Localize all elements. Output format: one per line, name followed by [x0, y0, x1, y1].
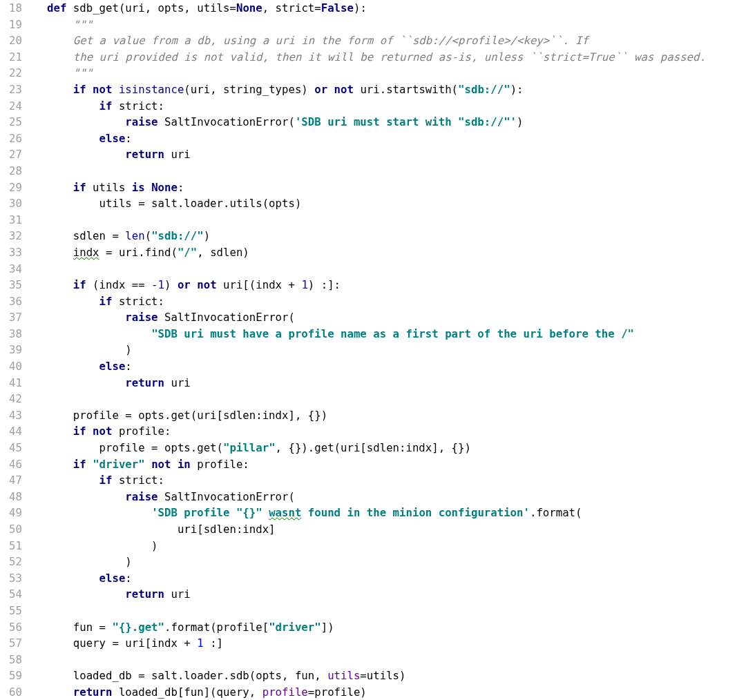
code-line[interactable]: uri[sdlen:indx] [47, 521, 746, 538]
code-line[interactable]: ) [47, 342, 746, 358]
line-number: 45 [0, 440, 29, 456]
line-number: 21 [0, 49, 29, 66]
line-number: 39 [0, 342, 29, 358]
line-number: 47 [0, 472, 29, 489]
line-number: 51 [0, 538, 29, 554]
line-number: 35 [0, 277, 29, 293]
line-number: 32 [0, 228, 29, 244]
code-line[interactable]: loaded_db = salt.loader.sdb(opts, fun, u… [47, 668, 746, 684]
code-line[interactable] [47, 212, 746, 229]
line-number: 53 [0, 570, 29, 587]
line-number-gutter: 1819202122232425262728293031323334353637… [0, 0, 33, 700]
line-number: 30 [0, 195, 29, 212]
line-number: 58 [0, 652, 29, 668]
line-number: 48 [0, 489, 29, 505]
fold-column[interactable] [33, 0, 47, 700]
code-line[interactable]: else: [47, 570, 746, 587]
line-number: 52 [0, 554, 29, 570]
code-line[interactable]: else: [47, 358, 746, 375]
code-line[interactable]: if "driver" not in profile: [47, 456, 746, 473]
line-number: 20 [0, 32, 29, 49]
code-line[interactable]: raise SaltInvocationError('SDB uri must … [47, 114, 746, 130]
line-number: 34 [0, 261, 29, 278]
code-line[interactable]: raise SaltInvocationError( [47, 489, 746, 505]
line-number: 42 [0, 391, 29, 407]
line-number: 24 [0, 98, 29, 115]
code-line[interactable]: profile = opts.get(uri[sdlen:indx], {}) [47, 407, 746, 424]
code-line[interactable]: fun = "{}.get".format(profile["driver"]) [47, 619, 746, 636]
code-line[interactable] [47, 652, 746, 668]
code-line[interactable]: ) [47, 538, 746, 554]
line-number: 26 [0, 130, 29, 147]
code-line[interactable]: utils = salt.loader.utils(opts) [47, 195, 746, 212]
line-number: 60 [0, 684, 29, 700]
code-line[interactable]: return loaded_db[fun](query, profile=pro… [47, 684, 746, 700]
line-number: 37 [0, 309, 29, 326]
line-number: 55 [0, 603, 29, 619]
line-number: 28 [0, 163, 29, 179]
code-line[interactable] [47, 391, 746, 407]
code-line[interactable]: raise SaltInvocationError( [47, 309, 746, 326]
line-number: 57 [0, 635, 29, 652]
code-line[interactable]: 'SDB profile "{}" wasnt found in the min… [47, 505, 746, 521]
code-line[interactable] [47, 603, 746, 619]
line-number: 36 [0, 293, 29, 310]
line-number: 46 [0, 456, 29, 473]
code-line[interactable]: query = uri[indx + 1 :] [47, 635, 746, 652]
code-line[interactable]: def sdb_get(uri, opts, utils=None, stric… [47, 0, 746, 17]
code-line[interactable]: Get a value from a db, using a uri in th… [47, 32, 746, 49]
line-number: 44 [0, 423, 29, 440]
code-line[interactable]: return uri [47, 375, 746, 391]
line-number: 43 [0, 407, 29, 424]
code-area[interactable]: def sdb_get(uri, opts, utils=None, stric… [47, 0, 746, 700]
line-number: 59 [0, 668, 29, 684]
line-number: 50 [0, 521, 29, 538]
code-line[interactable]: if (indx == -1) or not uri[(indx + 1) :]… [47, 277, 746, 293]
code-line[interactable]: else: [47, 130, 746, 147]
code-line[interactable]: return uri [47, 146, 746, 163]
line-number: 49 [0, 505, 29, 521]
code-line[interactable]: if utils is None: [47, 179, 746, 196]
line-number: 41 [0, 375, 29, 391]
code-line[interactable]: if not profile: [47, 423, 746, 440]
code-line[interactable]: indx = uri.find("/", sdlen) [47, 244, 746, 261]
line-number: 38 [0, 326, 29, 342]
code-line[interactable]: "SDB uri must have a profile name as a f… [47, 326, 746, 342]
code-line[interactable]: if not isinstance(uri, string_types) or … [47, 81, 746, 98]
code-line[interactable]: the uri provided is not valid, then it w… [47, 49, 746, 66]
code-line[interactable]: ) [47, 554, 746, 570]
code-line[interactable]: profile = opts.get("pillar", {}).get(uri… [47, 440, 746, 456]
line-number: 18 [0, 0, 29, 17]
code-line[interactable]: if strict: [47, 98, 746, 115]
line-number: 54 [0, 586, 29, 603]
line-number: 23 [0, 81, 29, 98]
code-line[interactable]: sdlen = len("sdb://") [47, 228, 746, 244]
code-line[interactable]: if strict: [47, 472, 746, 489]
line-number: 27 [0, 146, 29, 163]
line-number: 29 [0, 179, 29, 196]
line-number: 56 [0, 619, 29, 636]
line-number: 33 [0, 244, 29, 261]
code-line[interactable]: """ [47, 65, 746, 81]
code-line[interactable]: if strict: [47, 293, 746, 310]
line-number: 19 [0, 17, 29, 33]
code-line[interactable]: return uri [47, 586, 746, 603]
line-number: 25 [0, 114, 29, 130]
line-number: 31 [0, 212, 29, 229]
code-line[interactable]: """ [47, 17, 746, 33]
code-editor[interactable]: 1819202122232425262728293031323334353637… [0, 0, 746, 700]
code-line[interactable] [47, 163, 746, 179]
line-number: 22 [0, 65, 29, 81]
code-line[interactable] [47, 261, 746, 278]
line-number: 40 [0, 358, 29, 375]
